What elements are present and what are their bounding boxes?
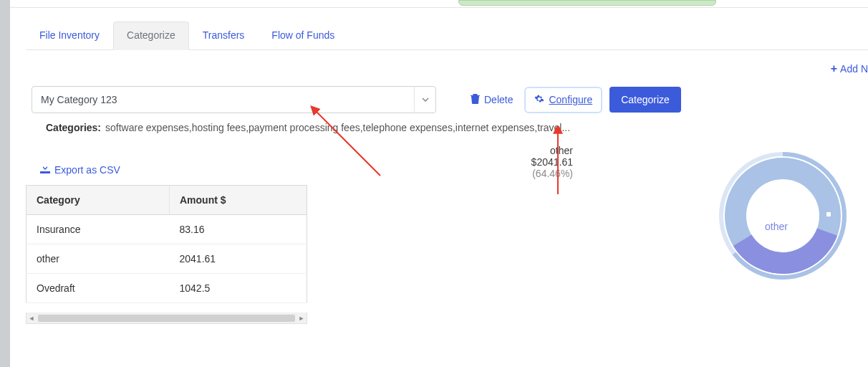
configure-label: Configure [549,94,592,105]
col-amount[interactable]: Amount $ [170,186,307,215]
tab-categorize[interactable]: Categorize [113,22,189,50]
tab-transfers[interactable]: Transfers [189,22,259,49]
col-category[interactable]: Category [26,186,170,215]
plus-icon: + [831,63,837,75]
cell-category: Ovedraft [26,274,170,303]
category-table: Category Amount $ Insurance 83.16 other … [26,185,307,303]
annotation-arrow-icon [309,104,387,183]
donut-chart[interactable] [715,148,851,284]
delete-button[interactable]: Delete [466,88,517,112]
export-csv-link[interactable]: Export as CSV [40,163,120,176]
toast-success [458,0,716,6]
tab-bar: File Inventory Categorize Transfers Flow… [26,22,868,50]
cell-amount: 83.16 [170,215,307,244]
table-row[interactable]: Insurance 83.16 [26,215,307,244]
tab-file-inventory[interactable]: File Inventory [26,22,113,49]
donut-center-label: other [765,221,788,232]
divider-top [10,7,868,8]
cell-amount: 1042.5 [170,274,307,303]
annotation-arrow-icon [552,126,564,198]
add-new-button[interactable]: + Add N [831,63,868,75]
table-row[interactable]: Ovedraft 1042.5 [26,274,307,303]
download-icon [40,163,50,176]
export-csv-label: Export as CSV [54,164,120,176]
table-row[interactable]: other 2041.61 [26,244,307,274]
cell-amount: 2041.61 [170,244,307,274]
scroll-right-arrow-icon[interactable]: ► [296,313,307,323]
cell-category: other [26,244,170,274]
chevron-down-icon[interactable] [414,87,435,113]
gear-icon [534,94,544,106]
categorize-button[interactable]: Categorize [609,87,681,113]
svg-line-6 [316,111,380,176]
trash-icon [471,94,480,106]
cell-category: Insurance [26,215,170,244]
table-horizontal-scrollbar[interactable]: ◄ ► [26,313,307,324]
svg-rect-5 [826,212,831,216]
tab-flow-of-funds[interactable]: Flow of Funds [258,22,348,49]
add-new-label: Add N [840,63,868,75]
categories-label: Categories: [46,122,101,133]
scroll-track[interactable] [38,315,295,322]
scroll-left-arrow-icon[interactable]: ◄ [26,313,37,323]
configure-button[interactable]: Configure [524,87,602,113]
left-gutter [0,0,10,367]
delete-label: Delete [484,94,513,105]
categorize-label: Categorize [621,94,670,105]
